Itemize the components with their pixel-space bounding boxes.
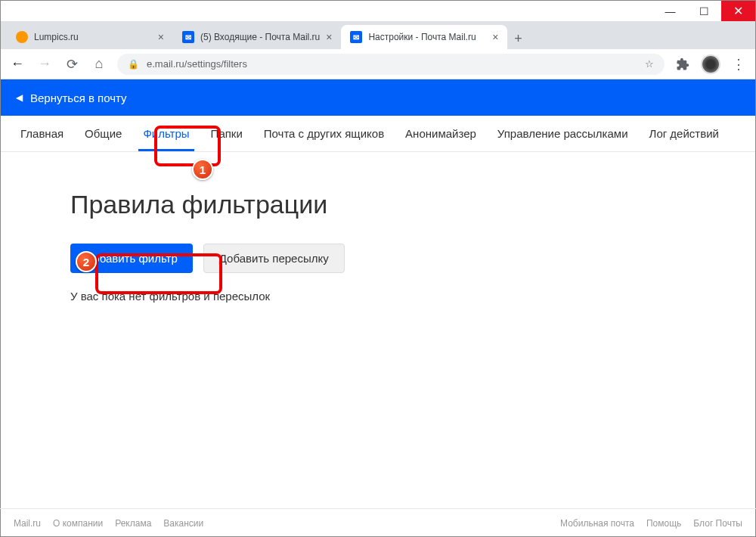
url-text: e.mail.ru/settings/filters <box>147 58 637 70</box>
window-minimize-button[interactable]: — <box>653 1 687 21</box>
annotation-badge-2: 2 <box>76 251 97 272</box>
tab-main[interactable]: Главная <box>10 116 74 151</box>
window-titlebar: — ☐ ✕ <box>1 1 755 22</box>
favicon-icon <box>16 31 28 43</box>
nav-back-button[interactable]: ← <box>8 55 26 73</box>
empty-state-text: У вас пока нет фильтров и пересылок <box>70 290 686 303</box>
footer-link[interactable]: Реклама <box>115 518 151 529</box>
back-to-mail-link[interactable]: Вернуться в почту <box>30 92 127 104</box>
tab-subscriptions[interactable]: Управление рассылками <box>487 116 639 151</box>
bookmark-star-icon[interactable]: ☆ <box>645 58 654 70</box>
tab-folders[interactable]: Папки <box>200 116 253 151</box>
omnibox[interactable]: 🔒 e.mail.ru/settings/filters ☆ <box>117 54 665 75</box>
footer-link[interactable]: Мобильная почта <box>560 518 634 529</box>
settings-content: Правила фильтрации Добавить фильтр Добав… <box>1 152 755 340</box>
browser-tab[interactable]: Lumpics.ru × <box>7 25 173 49</box>
browser-tab[interactable]: ✉ (5) Входящие - Почта Mail.ru × <box>173 25 341 49</box>
tab-close-icon[interactable]: × <box>326 31 332 43</box>
tab-close-icon[interactable]: × <box>158 31 164 43</box>
footer-link[interactable]: Блог Почты <box>693 518 742 529</box>
tab-title: Lumpics.ru <box>34 32 152 42</box>
browser-tab-active[interactable]: ✉ Настройки - Почта Mail.ru × <box>341 25 507 49</box>
profile-avatar[interactable] <box>701 54 720 74</box>
nav-forward-button: → <box>36 55 54 73</box>
page-title: Правила фильтрации <box>70 190 686 219</box>
footer-link[interactable]: Mail.ru <box>14 518 41 529</box>
nav-home-button[interactable]: ⌂ <box>90 55 108 73</box>
footer-link[interactable]: Помощь <box>646 518 681 529</box>
footer-left: Mail.ru О компании Реклама Вакансии <box>14 518 203 529</box>
footer-link[interactable]: О компании <box>53 518 103 529</box>
footer: Mail.ru О компании Реклама Вакансии Моби… <box>0 508 756 537</box>
window-close-button[interactable]: ✕ <box>721 1 755 21</box>
favicon-icon: ✉ <box>350 31 362 43</box>
favicon-icon: ✉ <box>182 31 194 43</box>
mail-header-bar: ◀ Вернуться в почту <box>1 79 755 116</box>
window-maximize-button[interactable]: ☐ <box>687 1 721 21</box>
lock-icon: 🔒 <box>128 59 139 70</box>
add-forward-button[interactable]: Добавить пересылку <box>203 244 345 273</box>
footer-link[interactable]: Вакансии <box>163 518 203 529</box>
extensions-icon[interactable] <box>674 55 692 73</box>
tab-general[interactable]: Общие <box>74 116 132 151</box>
annotation-badge-1: 1 <box>192 159 213 180</box>
footer-right: Мобильная почта Помощь Блог Почты <box>560 518 742 529</box>
tab-close-icon[interactable]: × <box>492 31 498 43</box>
nav-reload-button[interactable]: ⟳ <box>63 55 81 73</box>
tab-activity-log[interactable]: Лог действий <box>639 116 730 151</box>
browser-menu-button[interactable]: ⋮ <box>730 55 748 73</box>
tab-other-mailboxes[interactable]: Почта с других ящиков <box>253 116 395 151</box>
tab-title: Настройки - Почта Mail.ru <box>368 32 486 42</box>
settings-tabs: Главная Общие Фильтры Папки Почта с друг… <box>1 116 755 152</box>
new-tab-button[interactable]: + <box>507 28 528 49</box>
back-arrow-icon: ◀ <box>16 92 23 103</box>
address-bar: ← → ⟳ ⌂ 🔒 e.mail.ru/settings/filters ☆ ⋮ <box>1 49 755 79</box>
tab-title: (5) Входящие - Почта Mail.ru <box>200 32 320 42</box>
tab-anonymizer[interactable]: Анонимайзер <box>395 116 487 151</box>
button-row: Добавить фильтр Добавить пересылку <box>70 244 686 273</box>
tab-filters[interactable]: Фильтры <box>132 116 200 151</box>
browser-tabstrip: Lumpics.ru × ✉ (5) Входящие - Почта Mail… <box>1 22 755 49</box>
